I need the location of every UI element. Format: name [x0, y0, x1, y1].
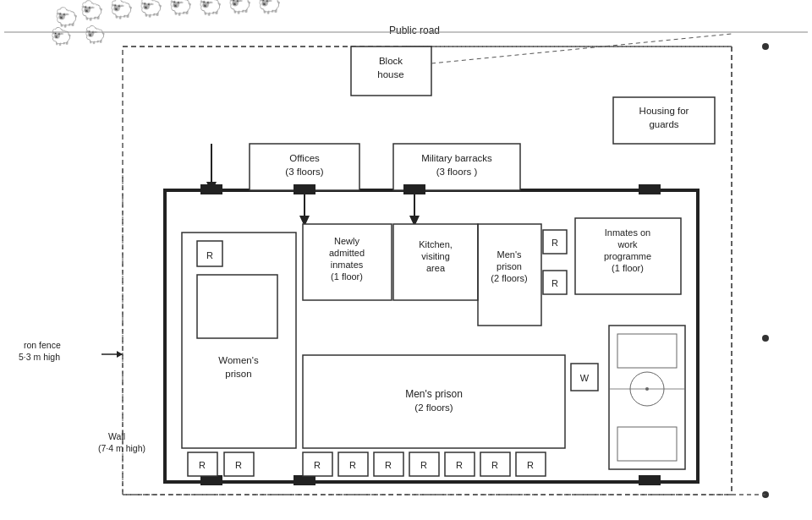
svg-text:🐑: 🐑: [228, 0, 252, 15]
svg-rect-42: [197, 275, 277, 338]
svg-rect-35: [200, 475, 222, 485]
svg-rect-65: [393, 224, 478, 300]
svg-text:R: R: [349, 460, 356, 470]
svg-text:R: R: [551, 238, 558, 248]
svg-text:🐑: 🐑: [258, 0, 282, 15]
svg-text:🐑: 🐑: [85, 25, 106, 45]
housing-guards-label: Housing for: [639, 106, 689, 116]
svg-text:prison: prison: [497, 261, 522, 271]
military-barracks-label: Military barracks: [421, 153, 492, 163]
svg-text:guards: guards: [649, 119, 678, 129]
svg-text:(7·4 m high): (7·4 m high): [98, 443, 145, 453]
svg-text:R: R: [385, 460, 392, 470]
diagram-container: 🐑 🐑 🐑 🐑 🐑 🐑 🐑 🐑 🐑 🐑 Public road Block ho…: [0, 0, 812, 520]
svg-text:prison: prison: [225, 369, 251, 379]
newly-admitted-label: Newly: [334, 236, 359, 246]
kitchen-label: Kitchen,: [419, 239, 453, 249]
svg-text:(3 floors ): (3 floors ): [436, 167, 478, 177]
svg-point-93: [762, 43, 769, 50]
svg-rect-34: [639, 184, 661, 194]
svg-rect-32: [294, 184, 315, 194]
public-road-label: Public road: [389, 25, 440, 36]
svg-text:R: R: [235, 460, 242, 470]
svg-rect-31: [200, 184, 222, 194]
svg-text:programme: programme: [604, 251, 651, 261]
svg-text:admitted: admitted: [329, 248, 365, 258]
svg-text:R: R: [551, 278, 558, 288]
svg-text:R: R: [199, 460, 206, 470]
svg-text:(1 floor): (1 floor): [612, 263, 644, 273]
svg-text:R: R: [527, 460, 534, 470]
svg-text:🐑: 🐑: [80, 0, 104, 22]
svg-rect-37: [639, 475, 661, 485]
svg-rect-33: [403, 184, 425, 194]
svg-text:area: area: [426, 263, 446, 273]
svg-point-94: [762, 335, 769, 342]
womens-prison-label: Women's: [218, 355, 259, 365]
w-label: W: [580, 373, 590, 383]
svg-text:🐑: 🐑: [110, 0, 134, 20]
mens-prison-main-label: Men's prison: [405, 388, 463, 400]
svg-text:(1 floor): (1 floor): [331, 271, 363, 282]
offices-label: Offices: [289, 153, 320, 163]
svg-rect-36: [294, 475, 315, 485]
svg-text:🐑: 🐑: [169, 0, 193, 17]
svg-text:R: R: [420, 460, 427, 470]
svg-text:R: R: [456, 460, 463, 470]
svg-text:(2 floors): (2 floors): [414, 402, 453, 413]
svg-text:R: R: [491, 460, 498, 470]
svg-text:(3 floors): (3 floors): [285, 167, 324, 177]
svg-text:🐑: 🐑: [51, 26, 72, 47]
inmates-work-label: Inmates on: [605, 227, 650, 238]
svg-text:(2 floors): (2 floors): [491, 273, 527, 283]
svg-text:R: R: [314, 460, 321, 470]
svg-text:🐑: 🐑: [140, 0, 163, 19]
iron-fence-label: ron fence: [24, 340, 61, 350]
svg-text:🐑: 🐑: [55, 6, 79, 29]
svg-text:visiting: visiting: [421, 251, 450, 261]
svg-text:house: house: [377, 69, 403, 79]
block-house-label: Block: [379, 56, 403, 66]
mens-prison-top-label: Men's: [497, 249, 522, 260]
svg-text:work: work: [617, 239, 638, 249]
svg-text:inmates: inmates: [331, 260, 364, 270]
svg-text:R: R: [206, 250, 213, 260]
svg-text:🐑: 🐑: [199, 0, 222, 17]
svg-text:5·3 m high: 5·3 m high: [19, 352, 60, 362]
svg-rect-82: [609, 326, 685, 469]
